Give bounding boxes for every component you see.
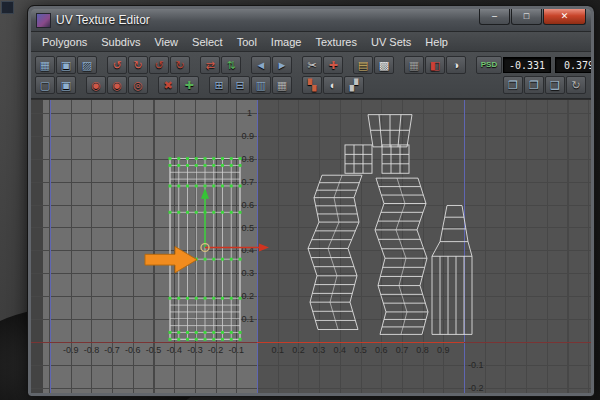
menu-view[interactable]: View	[147, 34, 185, 50]
snap-together-icon[interactable]: ⊞	[209, 76, 229, 94]
shaded-sphere-icon[interactable]: ◐	[323, 76, 343, 94]
menu-help[interactable]: Help	[418, 34, 455, 50]
update-psd-icon[interactable]: PSD	[476, 56, 502, 74]
move-uv-shell-tool-icon[interactable]: ▣	[56, 56, 76, 74]
flip-u-icon[interactable]: ⇄	[200, 56, 220, 74]
menu-image[interactable]: Image	[264, 34, 309, 50]
menu-uv-sets[interactable]: UV Sets	[364, 34, 418, 50]
cut-uv-edges-icon[interactable]: ✂	[302, 56, 322, 74]
window-controls: – □ ✕	[478, 9, 586, 25]
shaded-uv-display-icon[interactable]: ▣	[56, 76, 76, 94]
u-coordinate-field[interactable]	[503, 57, 551, 73]
rotate-uvs-cw-icon[interactable]: ↻	[128, 56, 148, 74]
coordinate-fields	[503, 57, 594, 73]
menu-select[interactable]: Select	[185, 34, 230, 50]
alpha-channel-icon[interactable]: ◑	[446, 56, 466, 74]
window-icon	[36, 13, 51, 28]
uv-texture-editor-window: UV Texture Editor – □ ✕ PolygonsSubdivsV…	[28, 6, 594, 396]
v-coordinate-field[interactable]	[555, 57, 594, 73]
menu-subdivs[interactable]: Subdivs	[94, 34, 147, 50]
desktop: { "window": { "title": "UV Texture Edito…	[0, 0, 600, 400]
move-manipulator[interactable]	[201, 188, 269, 251]
align-u-icon[interactable]: ◄	[251, 56, 271, 74]
uv-snapshot-icon[interactable]: ▤	[353, 56, 373, 74]
manipulator-layer	[31, 100, 591, 393]
toggle-uv-borders-icon[interactable]: ▢	[35, 76, 55, 94]
rotate-uvs-ccw-icon[interactable]: ↺	[107, 56, 127, 74]
snap-stack-icon[interactable]: ⊟	[230, 76, 250, 94]
flip-v-icon[interactable]: ⇅	[221, 56, 241, 74]
toggle-image-display-icon[interactable]: ▦	[404, 56, 424, 74]
grid-uvs-icon[interactable]: ▦	[272, 76, 292, 94]
layout-uvs-icon[interactable]: ▥	[251, 76, 271, 94]
manipulator-u-arrowhead[interactable]	[259, 244, 269, 252]
close-button[interactable]: ✕	[543, 9, 586, 25]
menu-textures[interactable]: Textures	[308, 34, 364, 50]
small-checker-icon[interactable]: ▞	[344, 76, 364, 94]
cycle-uvs-icon[interactable]: ↻	[566, 76, 586, 94]
maximize-button[interactable]: □	[511, 9, 542, 25]
rotate-selection-ccw-icon[interactable]: ◉	[86, 76, 106, 94]
rotate-45-cw-icon[interactable]: ↻	[170, 56, 190, 74]
rgb-channels-icon[interactable]: ◧	[425, 56, 445, 74]
delete-uvs-icon[interactable]: ✖	[158, 76, 178, 94]
rotate-selection-cw-icon[interactable]: ◉	[107, 76, 127, 94]
uv-lattice-tool-icon[interactable]: ▦	[35, 56, 55, 74]
add-uvs-icon[interactable]: ✚	[179, 76, 199, 94]
sew-uv-edges-icon[interactable]: ✚	[323, 56, 343, 74]
toolbar-row-1: ▦▣▨↺↻↺↻⇄⇅◄►✂✚▤▩▦◧◑PSD	[35, 55, 587, 75]
paste-u-icon[interactable]: ❑	[545, 76, 565, 94]
menu-polygons[interactable]: Polygons	[35, 34, 94, 50]
uv-smudge-tool-icon[interactable]: ▨	[77, 56, 97, 74]
desktop-icon	[1, 1, 14, 14]
copy-uvs-icon[interactable]: ❐	[503, 76, 523, 94]
toolbar-row-2: ▢▣◉◉◎✖✚⊞⊟▥▦▚◐▞❐❐❑↻	[35, 75, 587, 95]
uv-canvas[interactable]: -0.9-0.8-0.7-0.6-0.5-0.4-0.3-0.2-0.10.10…	[31, 99, 591, 393]
manipulator-v-arrowhead[interactable]	[201, 188, 209, 199]
align-v-icon[interactable]: ►	[272, 56, 292, 74]
paste-uvs-icon[interactable]: ❐	[524, 76, 544, 94]
minimize-button[interactable]: –	[479, 9, 510, 25]
titlebar[interactable]: UV Texture Editor – □ ✕	[31, 9, 591, 32]
rotate-45-ccw-icon[interactable]: ↺	[149, 56, 169, 74]
menubar: PolygonsSubdivsViewSelectToolImageTextur…	[31, 32, 591, 52]
checker-map-icon[interactable]: ▩	[374, 56, 394, 74]
scale-selection-icon[interactable]: ◎	[128, 76, 148, 94]
toolbar: ▦▣▨↺↻↺↻⇄⇅◄►✂✚▤▩▦◧◑PSD ▢▣◉◉◎✖✚⊞⊟▥▦▚◐▞❐❐❑↻	[31, 52, 591, 99]
red-green-checker-icon[interactable]: ▚	[302, 76, 322, 94]
window-title: UV Texture Editor	[56, 13, 150, 27]
menu-tool[interactable]: Tool	[230, 34, 264, 50]
annotation-arrow	[145, 247, 197, 273]
